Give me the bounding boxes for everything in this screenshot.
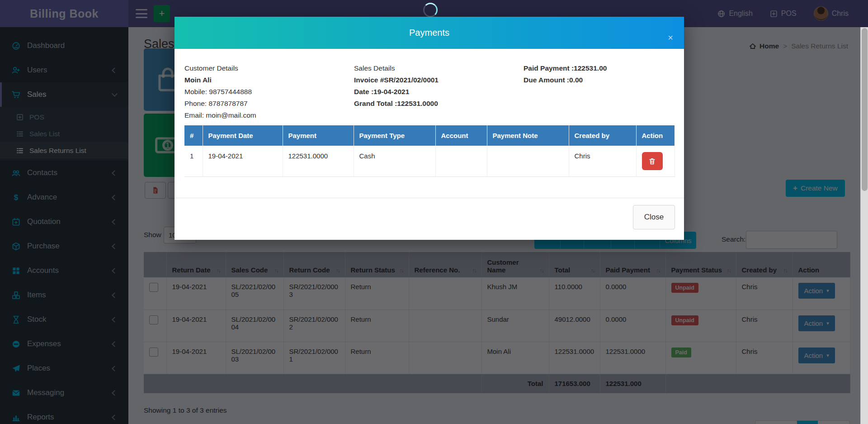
payment-summary-block: Paid Payment :122531.00 Due Amount :0.00: [524, 62, 607, 86]
close-button[interactable]: Close: [633, 205, 675, 229]
sales-details-block: Sales Details Invoice #SR/2021/02/0001 D…: [354, 62, 439, 110]
modal-header: Payments ×: [175, 17, 684, 49]
payments-modal: Payments × Customer Details Moin Ali Mob…: [175, 17, 684, 240]
table-cell: [487, 146, 569, 177]
column-header-: #: [184, 125, 203, 146]
customer-mobile: Mobile: 98757444888: [184, 86, 256, 98]
invoice-number: Invoice #SR/2021/02/0001: [354, 74, 439, 86]
column-header-account: Account: [435, 125, 487, 146]
table-row: 119-04-2021122531.0000CashChris: [184, 146, 675, 177]
table-cell: [435, 146, 487, 177]
table-cell: 122531.0000: [283, 146, 354, 177]
close-icon[interactable]: ×: [668, 33, 673, 42]
column-header-created-by: Created by: [569, 125, 636, 146]
grand-total: Grand Total :122531.0000: [354, 98, 439, 110]
loading-spinner: [423, 3, 438, 17]
customer-name: Moin Ali: [184, 74, 256, 86]
table-cell: 19-04-2021: [203, 146, 283, 177]
scrollbar-thumb[interactable]: [862, 28, 868, 191]
payments-table-body: 119-04-2021122531.0000CashChris: [184, 146, 675, 177]
modal-title: Payments: [409, 28, 449, 38]
column-header-payment-note: Payment Note: [487, 125, 569, 146]
table-cell: Cash: [354, 146, 435, 177]
customer-details-heading: Customer Details: [184, 62, 256, 74]
scrollbar[interactable]: [860, 27, 868, 424]
payments-table-header-row: #Payment DatePaymentPayment TypeAccountP…: [184, 125, 675, 146]
customer-phone: Phone: 8787878787: [184, 98, 256, 110]
customer-email: Email: moin@mail.com: [184, 110, 256, 121]
column-header-payment-type: Payment Type: [354, 125, 435, 146]
delete-payment-button[interactable]: [642, 152, 663, 170]
column-header-payment: Payment: [283, 125, 354, 146]
column-header-payment-date: Payment Date: [203, 125, 283, 146]
app-window: Billing Book + English POS Chris Dashboa…: [0, 0, 868, 424]
trash-icon: [648, 157, 656, 165]
column-header-action: Action: [636, 125, 675, 146]
sales-details-heading: Sales Details: [354, 62, 439, 74]
invoice-date: Date :19-04-2021: [354, 86, 439, 98]
table-cell: Chris: [569, 146, 636, 177]
table-cell: [636, 146, 675, 177]
paid-payment: Paid Payment :122531.00: [524, 62, 607, 74]
due-amount: Due Amount :0.00: [524, 74, 607, 86]
payments-table: #Payment DatePaymentPayment TypeAccountP…: [184, 125, 675, 177]
table-cell: 1: [184, 146, 203, 177]
customer-details-block: Customer Details Moin Ali Mobile: 987574…: [184, 62, 256, 121]
